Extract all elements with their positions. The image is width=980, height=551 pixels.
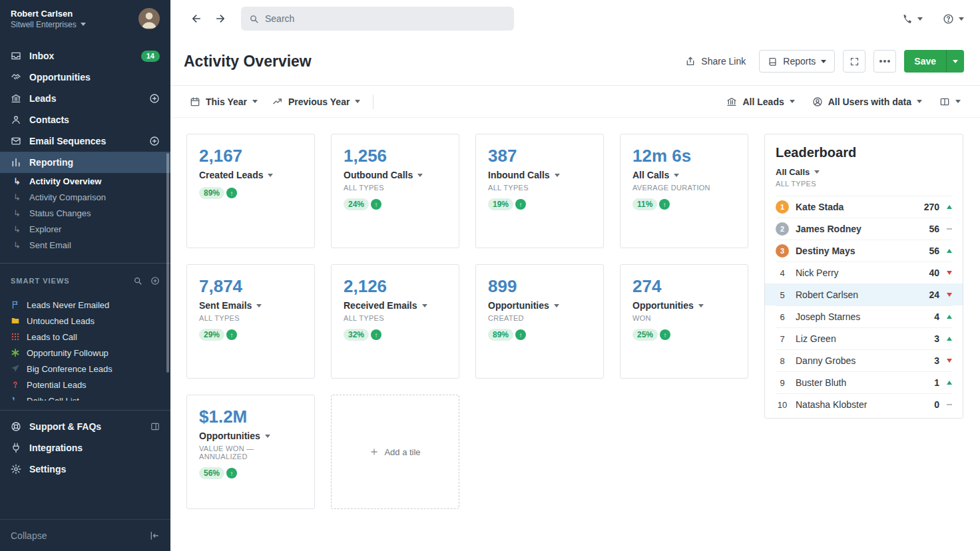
organization-switcher[interactable]: Sitwell Enterprises [11, 20, 138, 29]
person-icon [11, 114, 21, 125]
trend-percentage: 11% [632, 198, 657, 210]
smart-view-leads-to-call[interactable]: Leads to Call [0, 329, 170, 345]
sidebar-item-inbox[interactable]: Inbox 14 [0, 45, 170, 67]
metric-dropdown[interactable]: Opportunities [199, 431, 302, 441]
reports-dropdown-button[interactable]: Reports [759, 50, 835, 73]
smart-view-untouched-leads[interactable]: Untouched Leads [0, 313, 170, 329]
metric-label: Created Leads [199, 170, 263, 180]
add-tile-label: Add a tile [384, 447, 420, 457]
more-options-button[interactable] [873, 50, 896, 73]
share-link-button[interactable]: Share Link [685, 56, 746, 67]
trend-up-icon [947, 315, 952, 319]
smart-view-leads-never-emailed[interactable]: Leads Never Emailed [0, 297, 170, 313]
leaderboard-row[interactable]: 7 Liz Green 3 [776, 327, 952, 349]
sidebar-item-contacts[interactable]: Contacts [0, 109, 170, 130]
sidebar-divider [0, 263, 170, 264]
smart-view-opportunity-followup[interactable]: Opportunity Followup [0, 345, 170, 361]
help-menu[interactable] [943, 13, 964, 25]
rank-number: 5 [776, 290, 789, 300]
chevron-down-icon [554, 304, 559, 307]
leaderboard-row[interactable]: 3 Destiny Mays 56 [776, 240, 952, 262]
user-profile-text[interactable]: Robert Carlsen Sitwell Enterprises [11, 9, 138, 29]
metric-dropdown[interactable]: Received Emails [344, 300, 447, 311]
search-input[interactable] [265, 13, 506, 24]
smart-view-daily-call-list[interactable]: Daily Call List [0, 393, 170, 401]
back-button[interactable] [186, 9, 206, 29]
leaderboard-row[interactable]: 2 James Rodney 56 [776, 218, 952, 240]
date-range-filter[interactable]: This Year [182, 96, 265, 107]
leaderboard-row[interactable]: 1 Kate Stada 270 [776, 196, 952, 218]
metric-dropdown[interactable]: Outbound Calls [344, 170, 447, 180]
metric-sublabel: WON [632, 314, 736, 322]
global-search[interactable] [241, 7, 514, 31]
subnav-activity-comparison[interactable]: ↳ Activity Comparison [0, 189, 170, 205]
trend-up-icon [947, 381, 952, 385]
leaderboard-row[interactable]: 9 Buster Bluth 1 [776, 371, 952, 393]
chevron-down-icon [917, 17, 923, 21]
search-icon[interactable] [133, 276, 142, 285]
app-window: Robert Carlsen Sitwell Enterprises Inbox… [0, 0, 980, 551]
sidebar-item-reporting[interactable]: Reporting [0, 152, 170, 173]
add-tile-button[interactable]: Add a tile [331, 395, 459, 509]
leaderboard-row[interactable]: 10 Natasha Klobster 0 [776, 393, 952, 415]
subnav-explorer[interactable]: ↳ Explorer [0, 221, 170, 237]
plug-icon [11, 443, 21, 453]
add-sequence-button[interactable] [149, 136, 160, 146]
add-lead-button[interactable] [149, 93, 160, 104]
chevron-down-icon [268, 174, 273, 177]
fullscreen-button[interactable] [843, 50, 865, 73]
flag-icon [11, 300, 20, 309]
leaderboard-row[interactable]: 4 Nick Perry 40 [776, 262, 952, 283]
trend-up-icon: ↑ [371, 329, 381, 340]
chevron-down-icon [674, 174, 679, 177]
leaderboard-row-current-user[interactable]: 5 Robert Carlsen 24 [765, 283, 963, 305]
chevron-down-icon [81, 23, 86, 26]
metric-dropdown[interactable]: All Calls [632, 170, 736, 180]
metric-label: All Calls [632, 170, 669, 180]
metric-dropdown[interactable]: Created Leads [199, 170, 302, 180]
phone-menu[interactable] [901, 13, 923, 25]
users-filter[interactable]: All Users with data [805, 96, 929, 107]
metric-dropdown[interactable]: Sent Emails [199, 300, 302, 311]
reporting-subnav: ↳ Activity Overview ↳ Activity Compariso… [0, 173, 170, 253]
layout-columns-control[interactable] [932, 96, 968, 107]
sidebar-item-leads[interactable]: Leads [0, 88, 170, 109]
subnav-sent-email[interactable]: ↳ Sent Email [0, 237, 170, 253]
keypad-icon [11, 332, 20, 341]
save-dropdown-button[interactable] [946, 50, 964, 73]
building-icon [726, 96, 737, 107]
metric-dropdown[interactable]: Opportunities [488, 300, 591, 311]
leads-filter[interactable]: All Leads [719, 96, 802, 107]
user-profile[interactable]: Robert Carlsen Sitwell Enterprises [0, 0, 170, 36]
arrow-left-icon [190, 13, 202, 25]
sidebar-item-settings[interactable]: Settings [0, 459, 170, 480]
save-button[interactable]: Save [904, 50, 946, 73]
sidebar-item-integrations[interactable]: Integrations [0, 437, 170, 459]
smart-view-potential-leads[interactable]: Potential Leads [0, 377, 170, 393]
leaderboard-value: 56 [929, 246, 939, 256]
collapse-sidebar-button[interactable]: Collapse [0, 519, 170, 551]
rank-badge-silver: 2 [776, 222, 789, 236]
rank-number: 9 [776, 378, 789, 388]
avatar[interactable] [138, 8, 160, 29]
subnav-activity-overview[interactable]: ↳ Activity Overview [0, 173, 170, 189]
sidebar-item-label: Contacts [29, 114, 69, 125]
leaderboard-row[interactable]: 6 Joseph Starnes 4 [776, 305, 952, 327]
trend-indicator: 56% ↑ [199, 467, 302, 479]
chevron-down-icon [955, 100, 961, 103]
metric-dropdown[interactable]: Opportunities [632, 300, 736, 311]
sidebar-item-opportunities[interactable]: Opportunities [0, 67, 170, 88]
metric-sublabel: VALUE WON — ANNUALIZED [199, 445, 302, 460]
forward-button[interactable] [210, 9, 230, 29]
trend-up-icon [947, 337, 952, 341]
sidebar-item-support[interactable]: Support & FAQs [0, 416, 170, 437]
leaderboard-metric-dropdown[interactable]: All Calls [776, 167, 952, 177]
sidebar-item-email-sequences[interactable]: Email Sequences [0, 130, 170, 152]
leaderboard-row[interactable]: 8 Danny Grobes 3 [776, 349, 952, 371]
add-smart-view-button[interactable] [150, 276, 160, 285]
comparison-filter[interactable]: Previous Year [265, 96, 368, 107]
metric-dropdown[interactable]: Inbound Calls [488, 170, 591, 180]
subnav-status-changes[interactable]: ↳ Status Changes [0, 205, 170, 221]
sidebar-scrollbar[interactable] [166, 153, 169, 373]
smart-view-big-conference-leads[interactable]: Big Conference Leads [0, 361, 170, 377]
